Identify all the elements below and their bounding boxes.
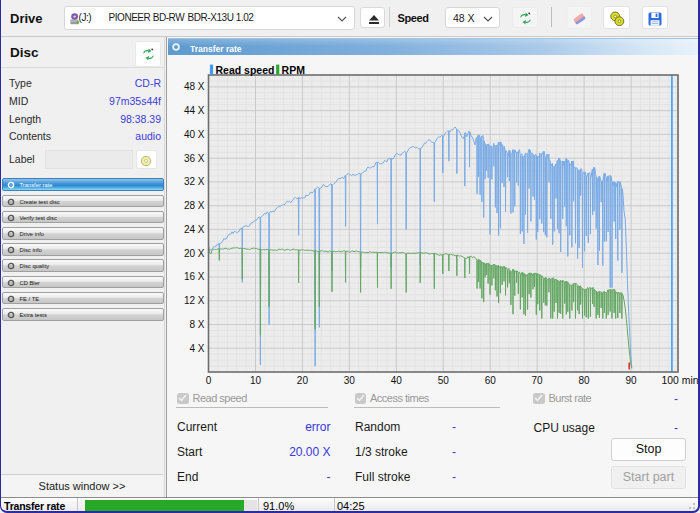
svg-text:12 X: 12 X [184, 295, 205, 306]
svg-text:90: 90 [626, 375, 638, 386]
svg-text:20 X: 20 X [184, 248, 205, 259]
svg-text:40: 40 [391, 375, 403, 386]
svg-text:48 X: 48 X [184, 81, 205, 92]
svg-text:Read speed: Read speed [216, 64, 275, 76]
svg-text:4 X: 4 X [189, 343, 204, 354]
svg-text:70: 70 [532, 375, 544, 386]
svg-text:8 X: 8 X [189, 319, 204, 330]
svg-text:10: 10 [250, 375, 262, 386]
svg-text:28 X: 28 X [184, 200, 205, 211]
svg-text:16 X: 16 X [184, 271, 205, 282]
svg-text:32 X: 32 X [184, 176, 205, 187]
svg-text:36 X: 36 X [184, 153, 205, 164]
svg-text:0: 0 [206, 375, 212, 386]
svg-text:80: 80 [579, 375, 591, 386]
svg-text:50: 50 [438, 375, 450, 386]
svg-text:30: 30 [344, 375, 356, 386]
svg-text:60: 60 [485, 375, 497, 386]
svg-text:40 X: 40 X [184, 129, 205, 140]
svg-text:24 X: 24 X [184, 224, 205, 235]
svg-text:20: 20 [297, 375, 309, 386]
svg-text:100 min: 100 min [662, 375, 698, 386]
svg-text:44 X: 44 X [184, 105, 205, 116]
svg-text:RPM: RPM [282, 64, 306, 76]
